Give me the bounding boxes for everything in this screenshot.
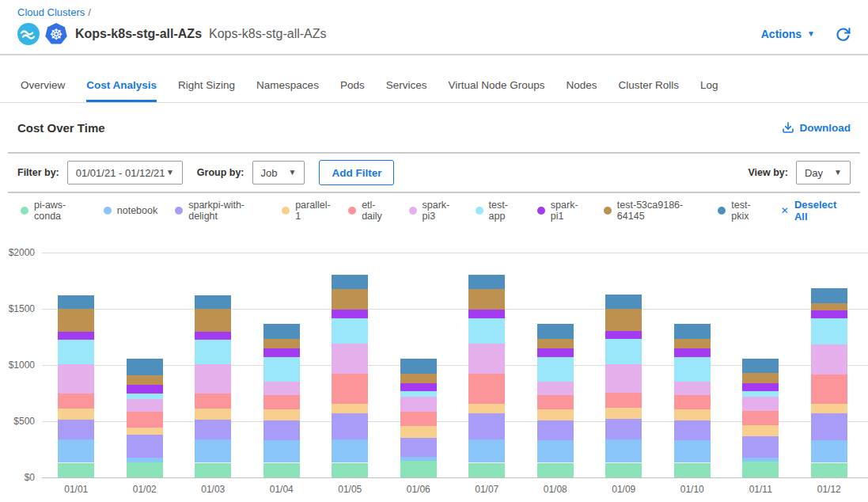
legend-item-sparkpi-with-delight[interactable]: sparkpi-with-delight bbox=[175, 200, 264, 222]
bar-01-10-parallel-1[interactable] bbox=[674, 409, 711, 420]
legend-item-test-pkix[interactable]: test-pkix bbox=[718, 200, 764, 222]
bar-01-05-pi-aws-conda[interactable] bbox=[332, 463, 368, 478]
breadcrumb-cloud-clusters-link[interactable]: Cloud Clusters bbox=[17, 6, 85, 18]
bar-01-09-sparkpi-with-delight[interactable] bbox=[605, 419, 642, 439]
download-button[interactable]: Download bbox=[782, 121, 851, 134]
bar-01-03-pi-aws-conda[interactable] bbox=[195, 463, 231, 478]
bar-01-05-parallel-1[interactable] bbox=[332, 404, 368, 413]
tab-log[interactable]: Log bbox=[700, 79, 718, 102]
bar-01-03-notebook[interactable] bbox=[195, 439, 231, 462]
bar-01-07-test-pkix[interactable] bbox=[468, 275, 505, 290]
bar-01-03-spark-pi3[interactable] bbox=[195, 364, 231, 394]
bar-01-07-etl-daily[interactable] bbox=[468, 374, 505, 404]
bar-01-03-parallel-1[interactable] bbox=[195, 409, 231, 420]
bar-01-04-parallel-1[interactable] bbox=[263, 409, 300, 420]
bar-01-08-parallel-1[interactable] bbox=[537, 409, 574, 420]
tab-services[interactable]: Services bbox=[386, 79, 427, 102]
bar-01-06-pi-aws-conda[interactable] bbox=[400, 461, 437, 477]
bar-01-09-test-pkix[interactable] bbox=[605, 295, 642, 309]
bar-01-02-spark-pi1[interactable] bbox=[127, 385, 163, 394]
tab-right-sizing[interactable]: Right Sizing bbox=[178, 79, 235, 102]
bar-01-08-test-53ca9186-64145[interactable] bbox=[537, 339, 574, 348]
bar-01-08-spark-pi1[interactable] bbox=[537, 348, 574, 357]
bar-01-04-test-53ca9186-64145[interactable] bbox=[263, 339, 300, 348]
bar-01-02-parallel-1[interactable] bbox=[127, 428, 163, 435]
bar-01-03-etl-daily[interactable] bbox=[195, 394, 231, 409]
bar-01-10-test-53ca9186-64145[interactable] bbox=[674, 339, 711, 348]
bar-01-05-notebook[interactable] bbox=[332, 439, 368, 462]
bar-01-05-test-53ca9186-64145[interactable] bbox=[332, 289, 368, 310]
bar-01-12-pi-aws-conda[interactable] bbox=[811, 463, 847, 478]
bar-01-12-test-53ca9186-64145[interactable] bbox=[811, 303, 847, 310]
tab-virtual-node-groups[interactable]: Virtual Node Groups bbox=[448, 79, 544, 102]
bar-01-12-spark-pi3[interactable] bbox=[811, 344, 847, 375]
bar-01-06-notebook[interactable] bbox=[400, 457, 437, 462]
bar-01-04-test-pkix[interactable] bbox=[263, 324, 300, 339]
bar-01-08-test-pkix[interactable] bbox=[537, 324, 574, 339]
bar-01-07-spark-pi3[interactable] bbox=[468, 344, 505, 374]
bar-01-02-test-pkix[interactable] bbox=[127, 359, 163, 375]
bar-01-07-pi-aws-conda[interactable] bbox=[468, 463, 505, 478]
bar-01-02-etl-daily[interactable] bbox=[127, 412, 163, 428]
tab-cost-analysis[interactable]: Cost Analysis bbox=[86, 79, 157, 102]
bar-01-01-sparkpi-with-delight[interactable] bbox=[58, 420, 94, 440]
bar-01-12-etl-daily[interactable] bbox=[811, 375, 847, 404]
bar-01-11-test-pkix[interactable] bbox=[742, 359, 779, 374]
bar-01-05-spark-pi1[interactable] bbox=[332, 310, 368, 318]
legend-item-etl-daily[interactable]: etl-daily bbox=[348, 200, 391, 222]
bar-01-09-notebook[interactable] bbox=[605, 439, 642, 462]
bar-01-08-notebook[interactable] bbox=[537, 440, 574, 462]
bar-01-11-parallel-1[interactable] bbox=[742, 425, 779, 436]
bar-01-10-etl-daily[interactable] bbox=[674, 395, 711, 410]
bar-01-08-test-app[interactable] bbox=[537, 357, 574, 382]
bar-01-08-etl-daily[interactable] bbox=[537, 395, 574, 410]
bar-01-07-notebook[interactable] bbox=[468, 439, 505, 462]
bar-01-10-spark-pi3[interactable] bbox=[674, 382, 711, 395]
bar-01-05-spark-pi3[interactable] bbox=[332, 344, 368, 374]
bar-01-12-test-app[interactable] bbox=[811, 318, 847, 344]
legend-item-notebook[interactable]: notebook bbox=[104, 205, 157, 216]
bar-01-04-sparkpi-with-delight[interactable] bbox=[263, 420, 300, 441]
bar-01-09-test-53ca9186-64145[interactable] bbox=[605, 309, 642, 331]
bar-01-11-notebook[interactable] bbox=[742, 457, 779, 462]
bar-01-06-test-53ca9186-64145[interactable] bbox=[400, 374, 437, 384]
bar-01-01-pi-aws-conda[interactable] bbox=[58, 463, 94, 478]
bar-01-01-test-pkix[interactable] bbox=[58, 295, 94, 309]
bar-01-09-spark-pi1[interactable] bbox=[605, 331, 642, 339]
actions-button[interactable]: Actions ▼ bbox=[761, 28, 815, 40]
group-by-dropdown[interactable]: Job ▼ bbox=[252, 161, 305, 184]
bar-01-07-parallel-1[interactable] bbox=[468, 404, 505, 413]
bar-01-04-spark-pi3[interactable] bbox=[263, 382, 300, 395]
bar-01-06-test-app[interactable] bbox=[400, 391, 437, 396]
tab-pods[interactable]: Pods bbox=[340, 79, 365, 102]
bar-01-03-test-pkix[interactable] bbox=[195, 295, 231, 309]
bar-01-05-sparkpi-with-delight[interactable] bbox=[332, 413, 368, 439]
bar-01-11-spark-pi1[interactable] bbox=[742, 383, 779, 392]
date-range-dropdown[interactable]: 01/01/21 - 01/12/21 ▼ bbox=[67, 161, 183, 184]
bar-01-03-spark-pi1[interactable] bbox=[195, 332, 231, 340]
bar-01-02-notebook[interactable] bbox=[127, 458, 163, 462]
bar-01-09-test-app[interactable] bbox=[605, 339, 642, 365]
view-by-dropdown[interactable]: Day ▼ bbox=[796, 161, 851, 184]
bar-01-07-test-app[interactable] bbox=[468, 318, 505, 344]
bar-01-05-test-pkix[interactable] bbox=[332, 275, 368, 290]
bar-01-04-etl-daily[interactable] bbox=[263, 395, 300, 410]
legend-item-spark-pi1[interactable]: spark-pi1 bbox=[537, 200, 586, 222]
refresh-icon[interactable] bbox=[836, 27, 851, 42]
add-filter-button[interactable]: Add Filter bbox=[319, 160, 394, 185]
bar-01-01-notebook[interactable] bbox=[58, 439, 94, 462]
bar-01-10-sparkpi-with-delight[interactable] bbox=[674, 420, 711, 441]
tab-cluster-rolls[interactable]: Cluster Rolls bbox=[619, 79, 680, 102]
bar-01-01-test-app[interactable] bbox=[58, 340, 94, 364]
bar-01-07-sparkpi-with-delight[interactable] bbox=[468, 413, 505, 439]
bar-01-07-spark-pi1[interactable] bbox=[468, 310, 505, 318]
bar-01-01-parallel-1[interactable] bbox=[58, 409, 94, 420]
bar-01-06-test-pkix[interactable] bbox=[400, 359, 437, 374]
bar-01-02-test-app[interactable] bbox=[127, 394, 163, 398]
bar-01-11-pi-aws-conda[interactable] bbox=[742, 462, 779, 477]
legend-item-parallel-1[interactable]: parallel-1 bbox=[282, 200, 331, 222]
bar-01-10-notebook[interactable] bbox=[674, 440, 711, 462]
bar-01-01-spark-pi3[interactable] bbox=[58, 364, 94, 394]
bar-01-12-notebook[interactable] bbox=[811, 440, 847, 462]
bar-01-03-sparkpi-with-delight[interactable] bbox=[195, 420, 231, 440]
